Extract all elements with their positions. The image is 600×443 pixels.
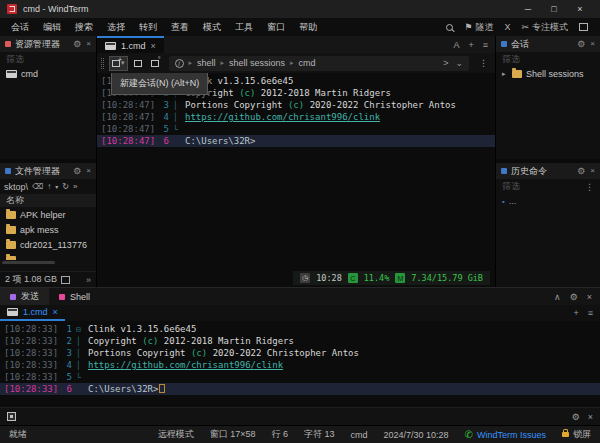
history-filter-input[interactable]: 筛选 ⋮: [496, 179, 600, 194]
file-manager-gear-icon[interactable]: ⚙: [73, 166, 81, 176]
file-row[interactable]: apk mess: [0, 222, 96, 237]
search-icon[interactable]: [446, 24, 453, 31]
info-icon[interactable]: i: [175, 59, 184, 68]
status-char[interactable]: 字符 13: [304, 428, 335, 441]
up-arrow-icon[interactable]: ↑: [47, 182, 51, 191]
panel-gear-icon[interactable]: ⚙: [570, 292, 578, 302]
menu-item[interactable]: 窗口: [260, 19, 292, 36]
folder-icon: [6, 211, 16, 219]
toolbar-more-icon[interactable]: ⋮: [476, 58, 491, 68]
breadcrumb-forward-icon[interactable]: >: [443, 58, 448, 68]
explorer-gear-icon[interactable]: ⚙: [73, 39, 81, 49]
buffer-icon[interactable]: [7, 412, 16, 421]
focus-mode-button[interactable]: ✂ 专注模式: [521, 21, 568, 34]
file-row[interactable]: APK helper: [0, 207, 96, 222]
dropdown-icon[interactable]: ▾: [55, 183, 58, 190]
line-text: Portions Copyright (c) 2020-2022 Christo…: [182, 100, 456, 110]
bottom-tab-发送[interactable]: 发送: [0, 288, 49, 305]
text-segment: 2020-2022 Christopher Antos: [207, 348, 359, 358]
add-subtab-icon[interactable]: +: [573, 308, 578, 318]
explorer-item-cmd[interactable]: cmd: [0, 67, 96, 81]
line-number: 5: [155, 124, 169, 134]
auto-wrap-icon[interactable]: A: [453, 40, 459, 50]
minimize-button[interactable]: ─: [515, 4, 541, 14]
layout-icon[interactable]: [579, 23, 588, 31]
bottom-subtab-1cmd[interactable]: 1.cmd ×: [0, 305, 65, 321]
status-remote-mode[interactable]: 远程模式: [158, 428, 194, 441]
tab-1cmd[interactable]: 1.cmd ×: [97, 36, 164, 53]
sessions-filter-input[interactable]: 筛选: [496, 52, 600, 67]
close-button[interactable]: ×: [567, 4, 593, 14]
menu-item[interactable]: 模式: [196, 19, 228, 36]
status-line[interactable]: 行 6: [271, 428, 288, 441]
horizontal-scrollbar[interactable]: [2, 261, 55, 264]
status-shell[interactable]: cmd: [351, 430, 368, 440]
tab-list-icon[interactable]: ≡: [483, 40, 488, 50]
menu-item[interactable]: 选择: [100, 19, 132, 36]
menu-item[interactable]: 查看: [164, 19, 196, 36]
backspace-icon[interactable]: ⌫: [32, 182, 43, 191]
menubar: 会话编辑搜索选择转到查看模式工具窗口帮助 ⚑ 隧道 X ✂ 专注模式: [0, 18, 600, 36]
line-number: 6: [155, 136, 169, 146]
duplicate-session-button[interactable]: [131, 56, 145, 71]
open-folder-icon[interactable]: [61, 276, 70, 284]
history-close-icon[interactable]: ×: [590, 166, 595, 176]
text-segment: Portions Copyright: [185, 100, 288, 110]
bottom-terminal[interactable]: [10:28:33]1⊟Clink v1.3.15.6e6e45[10:28:3…: [0, 321, 600, 407]
file-row[interactable]: [0, 252, 96, 260]
history-gear-icon[interactable]: ⚙: [577, 166, 585, 176]
main-terminal[interactable]: 新建会话(N) (Alt+N) ◷ 10:28 C 11.4% M 7.34/1…: [97, 73, 495, 287]
subtab-close-icon[interactable]: ×: [53, 307, 58, 317]
refresh-icon[interactable]: ↻: [62, 182, 69, 191]
history-item[interactable]: • ...: [496, 194, 600, 208]
bottom-tab-Shell[interactable]: Shell: [49, 288, 100, 305]
new-session-button[interactable]: ▾: [109, 56, 128, 71]
sessions-gear-icon[interactable]: ⚙: [577, 39, 585, 49]
footer-close-icon[interactable]: ×: [588, 412, 593, 422]
menu-item[interactable]: 编辑: [36, 19, 68, 36]
footer-gear-icon[interactable]: ⚙: [572, 412, 580, 422]
breadcrumb-item[interactable]: shell: [197, 58, 216, 68]
menu-items: 会话编辑搜索选择转到查看模式工具窗口帮助: [4, 19, 324, 36]
file-name: APK helper: [20, 210, 66, 220]
tab-close-icon[interactable]: ×: [151, 41, 156, 51]
tunnel-button[interactable]: ⚑ 隧道: [464, 21, 493, 34]
new-tab-icon[interactable]: +: [468, 40, 473, 50]
breadcrumb-item[interactable]: shell sessions: [229, 58, 285, 68]
subtab-list-icon[interactable]: ≡: [588, 308, 593, 318]
menu-item[interactable]: 帮助: [292, 19, 324, 36]
statusbar: 就绪 远程模式 窗口 17×58 行 6 字符 13 cmd 2024/7/30…: [0, 425, 600, 443]
overflow-chevrons-icon[interactable]: »: [73, 182, 77, 191]
fold-guide: │: [72, 337, 85, 346]
breadcrumb-expand-icon[interactable]: ⌄: [455, 58, 463, 68]
sessions-panel-header: 会话 ⚙ ×: [496, 36, 600, 52]
footer-chevrons-icon[interactable]: »: [86, 275, 91, 285]
menu-item[interactable]: 转到: [132, 19, 164, 36]
explorer-close-icon[interactable]: ×: [86, 39, 91, 49]
history-more-icon[interactable]: ⋮: [585, 182, 594, 192]
maximize-button[interactable]: □: [541, 4, 567, 14]
windterm-issues-link[interactable]: ✆ WindTerm Issues: [465, 429, 546, 440]
breadcrumb[interactable]: i ▸shell▸shell sessions▸cmd > ⌄: [169, 56, 469, 71]
menu-item[interactable]: 搜索: [68, 19, 100, 36]
toolbar-drag-handle[interactable]: [101, 58, 104, 69]
menu-item[interactable]: 会话: [4, 19, 36, 36]
file-row[interactable]: cdr2021_113776: [0, 237, 96, 252]
sessions-item-shell[interactable]: ▸ Shell sessions: [496, 67, 600, 81]
explorer-filter-input[interactable]: 筛选: [0, 52, 96, 67]
folder-icon: [6, 226, 16, 234]
file-manager-close-icon[interactable]: ×: [86, 166, 91, 176]
file-name-column-header[interactable]: 名称: [0, 194, 96, 207]
menu-item[interactable]: 工具: [228, 19, 260, 36]
caret-right-icon[interactable]: ▸: [502, 70, 508, 78]
status-window-size[interactable]: 窗口 17×58: [210, 428, 256, 441]
file-manager-path-bar[interactable]: sktop\ ⌫ ↑ ▾ ↻ »: [0, 179, 96, 194]
breadcrumb-item[interactable]: cmd: [299, 58, 316, 68]
collapse-panel-icon[interactable]: ∧: [554, 292, 561, 302]
x-button[interactable]: X: [504, 22, 510, 32]
lock-screen-button[interactable]: 锁屏: [562, 428, 591, 441]
clone-session-button[interactable]: [148, 56, 162, 71]
sessions-close-icon[interactable]: ×: [590, 39, 595, 49]
tab-color-icon: [10, 294, 16, 300]
panel-close-icon[interactable]: ×: [587, 292, 592, 302]
